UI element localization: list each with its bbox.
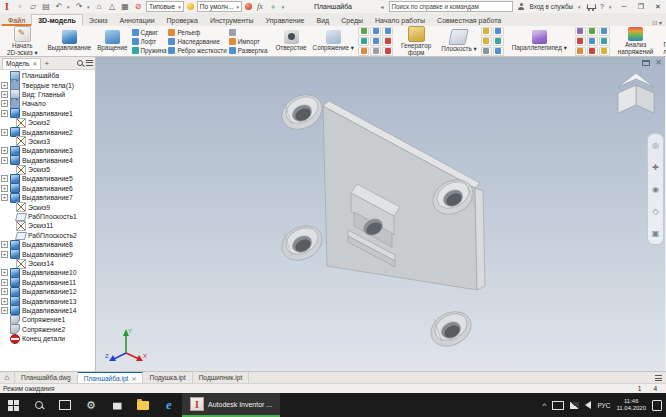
edge-icon[interactable]: e bbox=[156, 393, 182, 417]
tool-button[interactable] bbox=[493, 27, 504, 36]
tool-button[interactable] bbox=[481, 47, 492, 56]
tab-menu-icon[interactable] bbox=[655, 375, 662, 381]
expander-icon[interactable]: + bbox=[1, 241, 8, 248]
tree-item-Эскиз14[interactable]: Эскиз14 bbox=[1, 259, 95, 268]
tree-item-Выдавливание6[interactable]: +Выдавливание6 bbox=[1, 184, 95, 193]
tool-button[interactable] bbox=[575, 47, 586, 56]
tree-item-Эскиз3[interactable]: Эскиз3 bbox=[1, 137, 95, 146]
doc-tab-Планшайба.ipt[interactable]: Планшайба.ipt✕ bbox=[78, 372, 144, 383]
display-icon[interactable] bbox=[552, 401, 564, 410]
Рельеф-button[interactable]: Рельеф bbox=[168, 28, 226, 36]
tab-Файл[interactable]: Файл bbox=[2, 15, 31, 26]
save-icon[interactable]: ▤ bbox=[41, 2, 51, 12]
вращение-button[interactable]: Вращение bbox=[95, 29, 129, 53]
collapse-search-icon[interactable]: ◂ bbox=[381, 3, 384, 10]
tree-item-Эскиз11[interactable]: Эскиз11 bbox=[1, 221, 95, 230]
tool-button[interactable] bbox=[382, 47, 393, 56]
tab-Начало работы[interactable]: Начало работы bbox=[369, 15, 431, 26]
tree-item-Выдавливание14[interactable]: +Выдавливание14 bbox=[1, 306, 95, 315]
help-button[interactable]: ? bbox=[600, 3, 604, 10]
home-icon[interactable]: ⌂ bbox=[94, 2, 104, 12]
volume-icon[interactable] bbox=[585, 401, 591, 409]
store-icon[interactable] bbox=[104, 393, 130, 417]
search-icon[interactable] bbox=[26, 393, 52, 417]
плоскость-button[interactable]: Плоскость ▾ bbox=[439, 28, 478, 54]
Пружина-button[interactable]: Пружина bbox=[132, 46, 167, 54]
преобразовать в-button[interactable]: Преобразовать влистовой металл bbox=[661, 26, 666, 56]
параллелепипед-button[interactable]: Параллелепипед ▾ bbox=[510, 29, 569, 53]
tool-button[interactable] bbox=[587, 27, 598, 36]
3d-viewport[interactable]: ✕ ◎✚◉◇▣ Y X Z bbox=[96, 57, 666, 371]
expander-icon[interactable]: + bbox=[1, 157, 8, 164]
help-search-input[interactable]: Поиск по справке и командам bbox=[389, 1, 513, 12]
tab-Инструменты[interactable]: Инструменты bbox=[204, 15, 260, 26]
tool-button[interactable] bbox=[358, 47, 369, 56]
expander-icon[interactable]: + bbox=[1, 298, 8, 305]
sign-in-button[interactable]: Вход в службы bbox=[530, 3, 574, 10]
fx-parameters-icon[interactable]: fx bbox=[255, 2, 265, 12]
task-view-icon[interactable] bbox=[52, 393, 78, 417]
Лофт-button[interactable]: Лофт bbox=[132, 37, 167, 45]
tab-Совместная работа[interactable]: Совместная работа bbox=[431, 15, 507, 26]
tree-item-Выдавливание7[interactable]: +Выдавливание7 bbox=[1, 193, 95, 202]
tree-item-Выдавливание2[interactable]: +Выдавливание2 bbox=[1, 127, 95, 136]
navigation-wheel-icon[interactable]: ◎ bbox=[652, 141, 659, 150]
doc-tab-Подшипник.ipt[interactable]: Подшипник.ipt bbox=[193, 372, 250, 383]
close-document-icon[interactable]: ✕ bbox=[655, 60, 662, 66]
tool-button[interactable] bbox=[493, 47, 504, 56]
генератор-button[interactable]: Генераторформ bbox=[399, 26, 433, 57]
tree-item-Выдавливание5[interactable]: +Выдавливание5 bbox=[1, 174, 95, 183]
tree-item-Выдавливание8[interactable]: +Выдавливание8 bbox=[1, 240, 95, 249]
customize-qat-chevron-icon[interactable]: ▾ bbox=[281, 2, 285, 12]
clock[interactable]: 11:46 11.04.2020 bbox=[616, 398, 646, 412]
сопряжение-button[interactable]: Сопряжение ▾ bbox=[311, 29, 356, 53]
settings-icon[interactable]: ⚙ bbox=[78, 393, 104, 417]
expander-icon[interactable]: + bbox=[1, 175, 8, 182]
tree-item-Выдавливание1[interactable]: +Выдавливание1 bbox=[1, 109, 95, 118]
tray-chevron-up-icon[interactable]: ^ bbox=[543, 401, 547, 410]
tool-button[interactable] bbox=[370, 37, 381, 46]
начать-button[interactable]: Начать2D-эскиз ▾ bbox=[5, 26, 40, 57]
tree-item-РабПлоскость2[interactable]: РабПлоскость2 bbox=[1, 231, 95, 240]
image-icon[interactable]: ▦ bbox=[120, 2, 130, 12]
tool-button[interactable] bbox=[358, 27, 369, 36]
chevron-down-icon[interactable]: ▾ bbox=[609, 4, 613, 10]
chevron-down-icon[interactable]: ▾ bbox=[67, 4, 71, 10]
start-icon[interactable] bbox=[0, 393, 26, 417]
doc-tab-Планшайба.dwg[interactable]: Планшайба.dwg bbox=[15, 372, 78, 383]
tab-3D-модель[interactable]: 3D-модель bbox=[31, 14, 83, 26]
search-icon[interactable] bbox=[77, 60, 83, 66]
tool-button[interactable] bbox=[587, 47, 598, 56]
material-ball-icon[interactable] bbox=[187, 3, 194, 10]
tree-item-Выдавливание13[interactable]: +Выдавливание13 bbox=[1, 296, 95, 305]
expander-icon[interactable]: + bbox=[1, 82, 8, 89]
tree-item-Сопряжение2[interactable]: Сопряжение2 bbox=[1, 325, 95, 334]
appearance-ball-icon[interactable] bbox=[245, 3, 252, 10]
chevron-down-icon[interactable]: ▾ bbox=[87, 4, 91, 10]
measure-icon[interactable]: △ bbox=[107, 2, 117, 12]
tab-Проверка[interactable]: Проверка bbox=[161, 15, 204, 26]
Ребро жесткости-button[interactable]: Ребро жесткости bbox=[168, 46, 226, 54]
expander-icon[interactable]: + bbox=[1, 147, 8, 154]
анализ-button[interactable]: Анализнапряжений bbox=[616, 26, 655, 56]
explorer-icon[interactable] bbox=[130, 393, 156, 417]
notification-center-icon[interactable] bbox=[652, 400, 662, 411]
tool-button[interactable] bbox=[587, 37, 598, 46]
tree-item-Выдавливание3[interactable]: +Выдавливание3 bbox=[1, 146, 95, 155]
ribbon-display-options-icon[interactable]: ⊡ ▾ bbox=[652, 19, 662, 26]
tool-button[interactable] bbox=[370, 27, 381, 36]
tab-Среды[interactable]: Среды bbox=[335, 15, 369, 26]
tree-item-Эскиз9[interactable]: Эскиз9 bbox=[1, 202, 95, 211]
expander-icon[interactable]: + bbox=[1, 100, 8, 107]
add-browser-tab-button[interactable]: + bbox=[44, 59, 49, 68]
language-indicator[interactable]: РУС bbox=[597, 402, 610, 409]
browser-tab-model[interactable]: Модель ✕ bbox=[2, 58, 41, 69]
Импорт-button[interactable]: Импорт bbox=[229, 37, 268, 45]
tree-item-Сопряжение1[interactable]: Сопряжение1 bbox=[1, 315, 95, 324]
tool-button[interactable] bbox=[481, 37, 492, 46]
preset-dropdown[interactable]: Типовые ▾ bbox=[146, 1, 184, 12]
tree-item-Выдавливание12[interactable]: +Выдавливание12 bbox=[1, 287, 95, 296]
tool-button[interactable] bbox=[481, 27, 492, 36]
tree-item-Эскиз5[interactable]: Эскиз5 bbox=[1, 165, 95, 174]
tool-button[interactable] bbox=[229, 28, 268, 36]
